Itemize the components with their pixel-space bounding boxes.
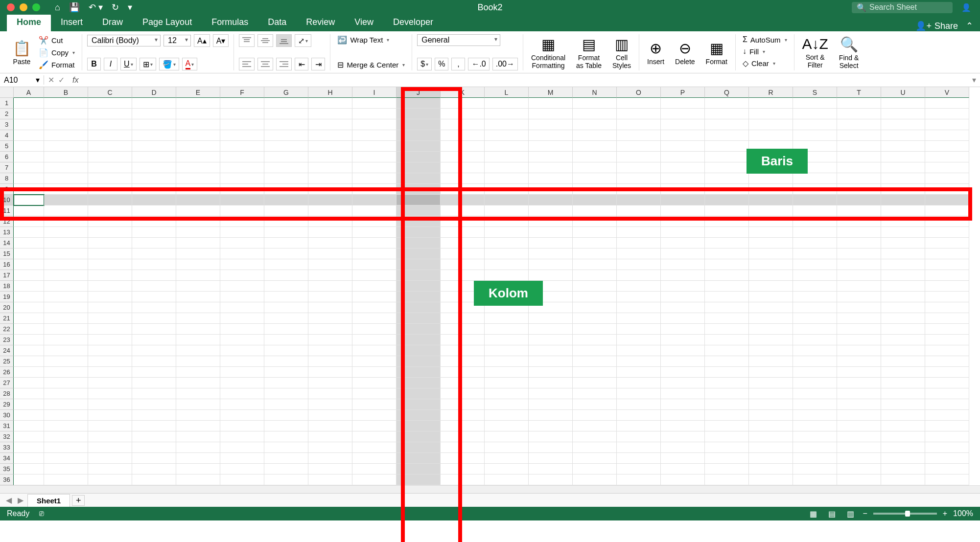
cell-O10[interactable]	[617, 195, 661, 205]
cell-M13[interactable]	[529, 227, 573, 238]
cell-U36[interactable]	[881, 474, 925, 485]
cell-L13[interactable]	[485, 227, 529, 238]
cell-R3[interactable]	[749, 119, 793, 130]
cell-S16[interactable]	[793, 259, 837, 270]
cell-E24[interactable]	[176, 345, 220, 356]
delete-cells-button[interactable]: ⊖Delete	[672, 39, 698, 67]
cell-C7[interactable]	[88, 162, 132, 173]
cell-O30[interactable]	[617, 410, 661, 421]
cell-M29[interactable]	[529, 399, 573, 410]
cell-I21[interactable]	[352, 313, 397, 324]
cell-T23[interactable]	[837, 335, 881, 345]
cell-G35[interactable]	[264, 464, 308, 474]
cell-Q14[interactable]	[705, 238, 749, 248]
cell-O28[interactable]	[617, 388, 661, 399]
home-icon[interactable]: ⌂	[55, 2, 60, 13]
cell-J17[interactable]	[397, 270, 441, 281]
cell-B4[interactable]	[44, 130, 88, 141]
cell-A26[interactable]	[14, 367, 44, 378]
cell-V26[interactable]	[925, 367, 969, 378]
cell-P8[interactable]	[661, 173, 705, 184]
cell-P15[interactable]	[661, 248, 705, 259]
cell-N3[interactable]	[573, 119, 617, 130]
cell-D9[interactable]	[132, 184, 176, 195]
name-box-dropdown-icon[interactable]: ▾	[36, 75, 40, 85]
format-cells-button[interactable]: ▦Format	[703, 39, 730, 67]
column-header-O[interactable]: O	[617, 87, 661, 98]
cell-I27[interactable]	[352, 378, 397, 388]
cell-A9[interactable]	[14, 184, 44, 195]
cell-M2[interactable]	[529, 109, 573, 119]
column-header-Q[interactable]: Q	[705, 87, 749, 98]
row-header-15[interactable]: 15	[0, 248, 14, 259]
cell-K29[interactable]	[441, 399, 485, 410]
cell-B14[interactable]	[44, 238, 88, 248]
cell-V8[interactable]	[925, 173, 969, 184]
row-header-24[interactable]: 24	[0, 345, 14, 356]
cell-G27[interactable]	[264, 378, 308, 388]
cell-F2[interactable]	[220, 109, 264, 119]
row-header-27[interactable]: 27	[0, 378, 14, 388]
underline-button[interactable]: U▾	[120, 58, 137, 70]
column-header-I[interactable]: I	[352, 87, 397, 98]
cell-N25[interactable]	[573, 356, 617, 367]
cell-S13[interactable]	[793, 227, 837, 238]
cell-R29[interactable]	[749, 399, 793, 410]
insert-cells-button[interactable]: ⊕Insert	[644, 39, 667, 67]
cell-I13[interactable]	[352, 227, 397, 238]
cell-U23[interactable]	[881, 335, 925, 345]
cell-B27[interactable]	[44, 378, 88, 388]
cell-H11[interactable]	[308, 205, 352, 216]
cell-T22[interactable]	[837, 324, 881, 335]
cell-C3[interactable]	[88, 119, 132, 130]
cell-U34[interactable]	[881, 453, 925, 464]
cell-J32[interactable]	[397, 431, 441, 442]
row-header-18[interactable]: 18	[0, 281, 14, 292]
cell-E13[interactable]	[176, 227, 220, 238]
cell-A34[interactable]	[14, 453, 44, 464]
column-header-N[interactable]: N	[573, 87, 617, 98]
cell-E29[interactable]	[176, 399, 220, 410]
cell-H36[interactable]	[308, 474, 352, 485]
orientation-button[interactable]: ⤢▾	[295, 34, 311, 47]
cell-U25[interactable]	[881, 356, 925, 367]
cell-A16[interactable]	[14, 259, 44, 270]
cell-Q21[interactable]	[705, 313, 749, 324]
cell-A33[interactable]	[14, 442, 44, 453]
cell-T11[interactable]	[837, 205, 881, 216]
cell-B30[interactable]	[44, 410, 88, 421]
cell-I36[interactable]	[352, 474, 397, 485]
cell-B26[interactable]	[44, 367, 88, 378]
cell-N18[interactable]	[573, 281, 617, 292]
cell-A25[interactable]	[14, 356, 44, 367]
cell-U9[interactable]	[881, 184, 925, 195]
cell-H9[interactable]	[308, 184, 352, 195]
cell-L1[interactable]	[485, 98, 529, 109]
cell-K23[interactable]	[441, 335, 485, 345]
cell-Q12[interactable]	[705, 216, 749, 227]
cell-I1[interactable]	[352, 98, 397, 109]
cell-F32[interactable]	[220, 431, 264, 442]
cell-U10[interactable]	[881, 195, 925, 205]
cell-J20[interactable]	[397, 302, 441, 313]
cell-P28[interactable]	[661, 388, 705, 399]
cell-S9[interactable]	[793, 184, 837, 195]
cell-N29[interactable]	[573, 399, 617, 410]
cell-H27[interactable]	[308, 378, 352, 388]
cell-T30[interactable]	[837, 410, 881, 421]
cell-K6[interactable]	[441, 152, 485, 162]
row-header-36[interactable]: 36	[0, 474, 14, 485]
cell-V4[interactable]	[925, 130, 969, 141]
cell-D35[interactable]	[132, 464, 176, 474]
cell-F26[interactable]	[220, 367, 264, 378]
cell-T36[interactable]	[837, 474, 881, 485]
cell-O21[interactable]	[617, 313, 661, 324]
cell-U13[interactable]	[881, 227, 925, 238]
cell-I15[interactable]	[352, 248, 397, 259]
cell-C15[interactable]	[88, 248, 132, 259]
cell-J12[interactable]	[397, 216, 441, 227]
cell-B19[interactable]	[44, 292, 88, 302]
cell-B2[interactable]	[44, 109, 88, 119]
cell-T6[interactable]	[837, 152, 881, 162]
cell-I32[interactable]	[352, 431, 397, 442]
